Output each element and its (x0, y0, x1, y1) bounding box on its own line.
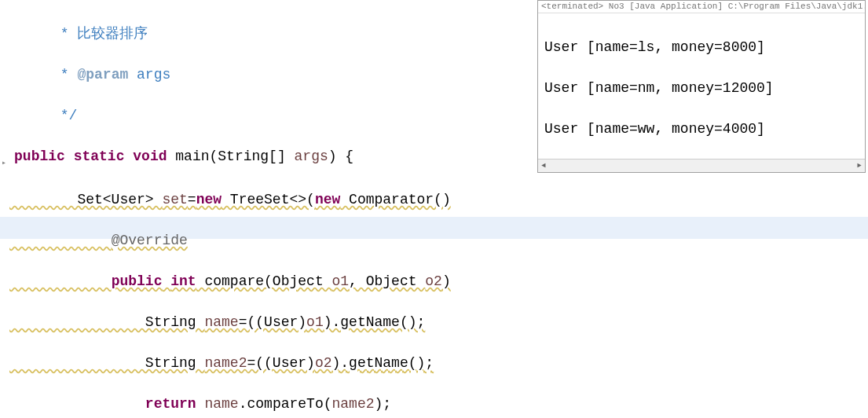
code-line: Set<User> set=new TreeSet<>(new Comparat… (9, 189, 868, 210)
code-line: return name.compareTo(name2); (9, 394, 868, 414)
console-view: <terminated> No3 [Java Application] C:\P… (537, 0, 866, 173)
code-line: String name=((User)o1).getName(); (9, 312, 868, 332)
code-line: String name2=((User)o2).getName(); (9, 353, 868, 373)
code-line: @Override (9, 230, 868, 251)
scroll-left-icon[interactable]: ◄ (538, 160, 549, 172)
console-scrollbar[interactable]: ◄ ► (538, 159, 865, 172)
fold-icon[interactable]: ▸ (2, 159, 6, 167)
console-line: User [name=nm, money=12000] (544, 78, 859, 98)
console-output[interactable]: User [name=ls, money=8000] User [name=nm… (538, 13, 865, 155)
console-header: <terminated> No3 [Java Application] C:\P… (538, 1, 865, 13)
code-line: public int compare(Object o1, Object o2) (9, 271, 868, 292)
console-line: User [name=ls, money=8000] (544, 37, 859, 57)
console-line: User [name=ww, money=4000] (544, 119, 859, 139)
scroll-right-icon[interactable]: ► (854, 160, 865, 172)
